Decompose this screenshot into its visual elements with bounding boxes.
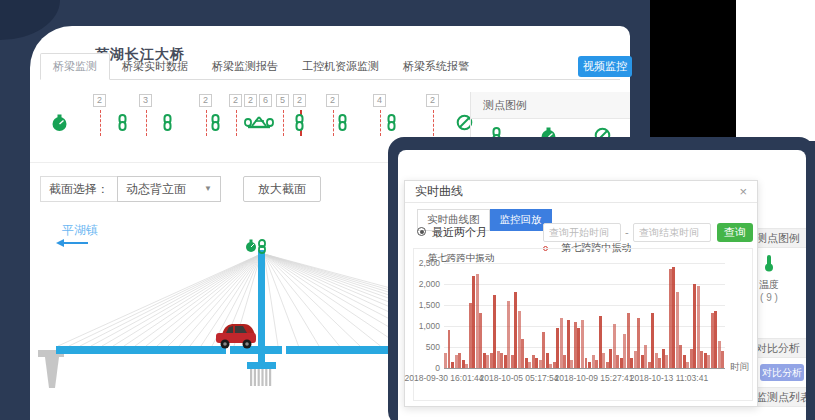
chain-link-icon (116, 114, 129, 135)
chain-link-icon (161, 114, 174, 135)
sensor-count-badge: 4 (373, 94, 386, 107)
enlarge-section-button[interactable]: 放大截面 (243, 176, 321, 202)
section-select-row: 截面选择： 动态背立面 ▼ 放大截面 (40, 176, 321, 202)
section-select-value: 动态背立面 (126, 177, 186, 201)
bridge-pylon-footing (247, 362, 276, 386)
sensor-dashed-line (146, 110, 147, 136)
chart-container: 第七跨跨中振动 2,5002,0001,5001,0005000 2018-09… (413, 248, 753, 401)
section-select-label: 截面选择： (40, 176, 117, 202)
sensor-count-badge: 2 (229, 94, 242, 107)
thermometer-icon (763, 254, 775, 272)
point-legend-title: 测点图例 (471, 92, 630, 119)
recent-two-months-radio[interactable] (417, 227, 426, 236)
query-controls: 最近两个月 - 查询 (417, 223, 747, 243)
gauge-icon (51, 114, 68, 136)
sensor-dashed-line (433, 110, 434, 136)
chain-link-icon (209, 114, 222, 135)
sidebar-temperature-item[interactable]: 温度 ( 9 ) (756, 254, 782, 303)
bridge-side-label: 平湖镇 (62, 222, 98, 239)
x-axis-tick: 2018-10-05 05:17:54 (480, 373, 559, 383)
query-start-time-input[interactable] (543, 223, 621, 242)
y-axis-tick: 0 (414, 363, 440, 373)
main-tab[interactable]: 桥梁监测报告 (200, 54, 290, 79)
section-select-dropdown[interactable]: 动态背立面 ▼ (117, 176, 221, 202)
y-axis-tick: 2,000 (414, 279, 440, 289)
main-tabs: 桥梁监测桥梁实时数据桥梁监测报告工控机资源监测桥梁系统报警 (40, 56, 620, 80)
chain-link-icon (293, 114, 306, 135)
main-tab[interactable]: 桥梁实时数据 (110, 54, 200, 79)
compare-analysis-button[interactable]: 对比分析 (760, 364, 804, 381)
dialog-header: 实时曲线 × (405, 181, 757, 203)
chevron-down-icon: ▼ (204, 177, 212, 201)
main-tab[interactable]: 桥梁系统报警 (391, 54, 481, 79)
x-axis-tick: 2018-10-09 15:27:41 (555, 373, 634, 383)
gridline (444, 326, 725, 327)
close-icon[interactable]: × (739, 185, 747, 198)
y-axis-tick: 500 (414, 342, 440, 352)
sensor-dashed-line (380, 110, 381, 136)
sensor-count-badge: 2 (293, 94, 306, 107)
chart-bar (721, 351, 724, 368)
sensor-count-badge: 6 (259, 94, 272, 107)
gridline (444, 284, 725, 285)
gridline (444, 305, 725, 306)
sensor-count-badge: 5 (276, 94, 289, 107)
background-window-fragment (735, 0, 815, 141)
bridge-left-pier (38, 350, 64, 388)
sensor-dashed-line (283, 110, 284, 136)
chart-x-axis-label: 时间 (730, 361, 749, 374)
x-axis-tick: 2018-09-30 16:01:44 (405, 373, 484, 383)
sensor-count-badge: 2 (326, 94, 339, 107)
range-separator: - (625, 226, 629, 238)
chart-plot-area[interactable]: 2,5002,0001,5001,0005000 (444, 263, 725, 369)
sensor-dashed-line (206, 110, 207, 136)
background-black-area (650, 0, 736, 141)
recent-two-months-label: 最近两个月 (432, 225, 487, 240)
x-axis-tick: 2018-10-13 11:03:41 (630, 373, 708, 383)
sensor-dashed-line (100, 110, 101, 136)
dialog-title: 实时曲线 (415, 183, 463, 200)
main-tab[interactable]: 桥梁监测 (40, 53, 110, 80)
sensor-count-badge: 2 (199, 94, 212, 107)
y-axis-tick: 2,500 (414, 258, 440, 268)
realtime-curve-dialog: 实时曲线 × 实时曲线图监控回放 最近两个月 - 查询 第七跨跨中振动 第七跨跨… (404, 180, 758, 407)
sensor-dashed-line (333, 110, 334, 136)
sensor-dashed-line (236, 110, 237, 136)
sensor-count-badge: 2 (244, 94, 257, 107)
temperature-count: ( 9 ) (756, 292, 782, 303)
main-tab[interactable]: 工控机资源监测 (290, 54, 391, 79)
sensor-count-badge: 2 (93, 94, 106, 107)
video-monitor-button[interactable]: 视频监控 (578, 56, 632, 77)
y-axis-tick: 1,000 (414, 321, 440, 331)
deck-joint (282, 346, 286, 354)
sensor-count-badge: 2 (426, 94, 439, 107)
chain-link-icon (385, 114, 398, 135)
query-end-time-input[interactable] (633, 223, 711, 242)
gridline (444, 347, 725, 348)
query-button[interactable]: 查询 (717, 223, 753, 242)
gridline (444, 263, 725, 264)
chain-link-icon (336, 114, 349, 135)
expansion-joint-icon (244, 114, 274, 135)
sensor-count-badge: 3 (139, 94, 152, 107)
temperature-label: 温度 (756, 278, 782, 292)
y-axis-tick: 1,500 (414, 300, 440, 310)
